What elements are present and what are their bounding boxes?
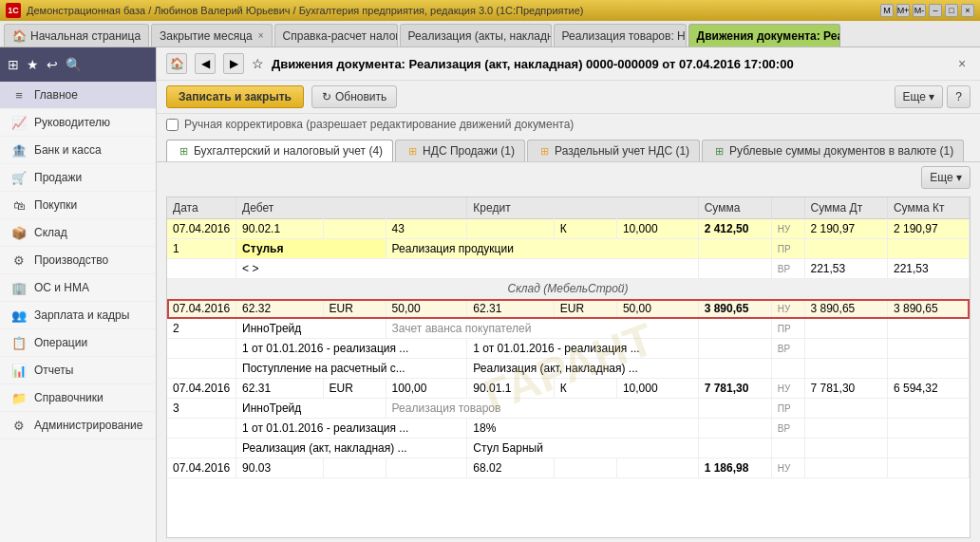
- cell-debet-sub1: [323, 219, 386, 239]
- inner-tabs: ⊞ Бухгалтерский и налоговый учет (4) ⊞ Н…: [157, 136, 980, 162]
- sidebar-item-production[interactable]: ⚙ Производство: [0, 247, 156, 274]
- cell-ref5: 1 от 01.01.2016 - реализация ...: [236, 419, 467, 439]
- cell-date: 07.04.2016: [167, 458, 236, 478]
- cell-ref4: Реализация (акт, накладная) ...: [467, 359, 698, 379]
- cell-credit-sub2: 10,000: [616, 379, 698, 399]
- table-row[interactable]: 1 от 01.01.2016 - реализация ... 18% ВР: [167, 419, 970, 439]
- table-row[interactable]: 1 Стулья Реализация продукции ПР: [167, 239, 970, 259]
- cell-credit-amount: 50,00: [616, 299, 698, 319]
- table-toolbar: Еще ▾: [157, 162, 980, 193]
- sidebar-item-reports[interactable]: 📊 Отчеты: [0, 357, 156, 384]
- tab-close-btn[interactable]: ×: [258, 30, 264, 41]
- col-header-date: Дата: [167, 197, 236, 219]
- table-row[interactable]: 07.04.2016 90.03 68.02 1 186,98 НУ: [167, 458, 970, 478]
- cell-debet-acc: 62.32: [236, 299, 323, 319]
- checkbox-row: Ручная корректировка (разрешает редактир…: [157, 114, 980, 136]
- table-row[interactable]: < > ВР 221,53 221,53: [167, 259, 970, 279]
- sidebar-item-manager[interactable]: 📈 Руководителю: [0, 109, 156, 137]
- table-row[interactable]: 07.04.2016 90.02.1 43 К 10,000 2 412,50 …: [167, 219, 970, 239]
- cell-credit-sub2: 10,000: [616, 219, 698, 239]
- home-nav-btn[interactable]: 🏠: [166, 53, 187, 74]
- toolbar-right: Еще ▾ ?: [895, 85, 971, 108]
- tab-tax-calc[interactable]: Справка-расчет налога на прибыль за Апре…: [274, 24, 398, 47]
- back-icon[interactable]: ↩: [47, 57, 58, 72]
- search-icon[interactable]: 🔍: [66, 57, 82, 72]
- cell-debet-acc: 90.02.1: [236, 219, 323, 239]
- sales-icon: 🛒: [11, 170, 27, 185]
- tab-home[interactable]: 🏠 Начальная страница: [4, 24, 149, 47]
- sidebar-item-main[interactable]: ≡ Главное: [0, 82, 156, 109]
- refresh-button[interactable]: ↻ Обновить: [311, 85, 397, 108]
- tab-close-month[interactable]: Закрытие месяца ×: [151, 24, 273, 47]
- help-button[interactable]: ?: [947, 85, 971, 108]
- table-row[interactable]: Поступление на расчетный с... Реализация…: [167, 359, 970, 379]
- sidebar-item-operations[interactable]: 📋 Операции: [0, 329, 156, 357]
- cell-debet-sub1: [323, 458, 386, 478]
- cell-summa-dt-vr: 221,53: [804, 259, 887, 279]
- col-header-debet: Дебет: [236, 197, 467, 219]
- sidebar-item-sales[interactable]: 🛒 Продажи: [0, 164, 156, 192]
- doc-header: 🏠 ◀ ▶ ☆ Движения документа: Реализация (…: [157, 47, 980, 81]
- people-icon: 👥: [11, 308, 27, 323]
- cell-acc-type-vr: ВР: [771, 419, 804, 439]
- cell-debet-eur: EUR: [323, 299, 386, 319]
- cell-credit-acc: 62.31: [467, 299, 554, 319]
- sidebar-item-admin[interactable]: ⚙ Администрирование: [0, 412, 156, 439]
- win-minimize-btn[interactable]: –: [929, 4, 942, 17]
- tab-movements[interactable]: Движения документа: Реализация (акт, нак…: [688, 24, 840, 47]
- cell-debet-eur: EUR: [323, 379, 386, 399]
- vat-sales-icon: ⊞: [405, 144, 419, 158]
- forward-nav-btn[interactable]: ▶: [223, 53, 244, 74]
- win-maximize-btn[interactable]: □: [945, 4, 958, 17]
- cell-credit-sub2: [616, 458, 698, 478]
- cell-summa-dt: 3 890,65: [804, 299, 887, 319]
- cell-summa: 3 890,65: [698, 299, 771, 319]
- maximize-btn[interactable]: M+: [896, 4, 910, 17]
- cell-ref6: 18%: [467, 419, 698, 439]
- table-row[interactable]: Реализация (акт, накладная) ... Стул Бар…: [167, 439, 970, 458]
- grid-icon[interactable]: ⊞: [8, 57, 19, 72]
- sidebar-item-bank[interactable]: 🏦 Банк и касса: [0, 137, 156, 164]
- cell-num: 1: [167, 239, 236, 259]
- cell-sub-label: Стулья: [236, 239, 386, 259]
- table-row[interactable]: 3 ИнноТрейд Реализация товаров ПР: [167, 399, 970, 419]
- table-more-button[interactable]: Еще ▾: [921, 166, 971, 189]
- cell-summa: 1 186,98: [698, 458, 771, 478]
- tab-realization[interactable]: Реализация (акты, накладные) ×: [400, 24, 552, 47]
- table-container: ГАРАНТ Дата Дебет Кредит Сумма Сумма Дт …: [166, 196, 971, 538]
- sidebar-item-reference[interactable]: 📁 Справочники: [0, 384, 156, 412]
- sidebar-item-purchases[interactable]: 🛍 Покупки: [0, 192, 156, 219]
- inner-tab-vat-split[interactable]: ⊞ Раздельный учет НДС (1): [527, 140, 700, 161]
- doc-close-btn[interactable]: ×: [953, 55, 971, 72]
- table-row[interactable]: 07.04.2016 62.31 EUR 100,00 90.01.1 К 10…: [167, 379, 970, 399]
- table-row[interactable]: 07.04.2016 62.32 EUR 50,00 62.31 EUR 50,…: [167, 299, 970, 319]
- cell-summa: 7 781,30: [698, 379, 771, 399]
- win-close-btn[interactable]: ×: [961, 4, 974, 17]
- cell-summa-kt-vr: 221,53: [887, 259, 969, 279]
- restore-btn[interactable]: M-: [913, 4, 926, 17]
- sidebar-item-warehouse[interactable]: 📦 Склад: [0, 219, 156, 247]
- star-icon[interactable]: ★: [27, 57, 39, 72]
- cell-num: 3: [167, 399, 236, 419]
- manual-edit-checkbox[interactable]: [166, 119, 179, 131]
- tab-realization-goods[interactable]: Реализация товаров: Накладная 0000-00000…: [554, 24, 687, 47]
- cell-sub-desc: Зачет аванса покупателей: [386, 319, 698, 339]
- save-close-button[interactable]: Записать и закрыть: [166, 85, 304, 108]
- back-nav-btn[interactable]: ◀: [195, 53, 216, 74]
- bookmark-icon[interactable]: ☆: [252, 56, 264, 71]
- table-row[interactable]: 2 ИнноТрейд Зачет аванса покупателей ПР: [167, 319, 970, 339]
- tab-bar: 🏠 Начальная страница Закрытие месяца × С…: [0, 21, 980, 47]
- inner-tab-accounting[interactable]: ⊞ Бухгалтерский и налоговый учет (4): [166, 140, 393, 161]
- minimize-btn[interactable]: M: [880, 4, 894, 17]
- sidebar-item-salary[interactable]: 👥 Зарплата и кадры: [0, 302, 156, 329]
- table-row[interactable]: 1 от 01.01.2016 - реализация ... 1 от 01…: [167, 339, 970, 359]
- inner-tab-ruble[interactable]: ⊞ Рублевые суммы документов в валюте (1): [702, 140, 964, 161]
- sidebar-item-os[interactable]: 🏢 ОС и НМА: [0, 274, 156, 302]
- cell-num: 2: [167, 319, 236, 339]
- cell-ref8: Стул Барный: [467, 439, 698, 458]
- cell-date: 07.04.2016: [167, 379, 236, 399]
- accounting-icon: ⊞: [177, 144, 190, 158]
- inner-tab-vat-sales[interactable]: ⊞ НДС Продажи (1): [395, 140, 525, 161]
- more-button[interactable]: Еще ▾: [895, 85, 944, 108]
- cell-date: 07.04.2016: [167, 299, 236, 319]
